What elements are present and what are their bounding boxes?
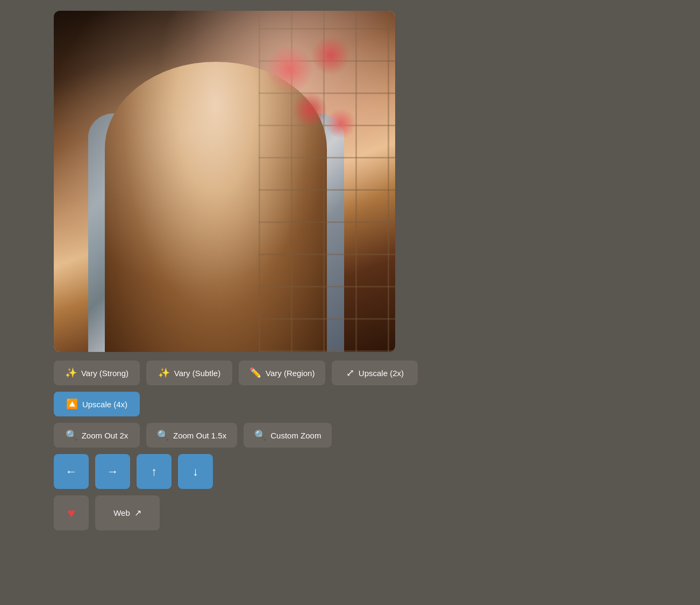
arrow-up-icon: ↑	[151, 465, 157, 479]
button-row-4: ← → ↑ ↓	[54, 454, 645, 489]
arrow-down-button[interactable]: ↓	[178, 454, 213, 489]
action-buttons-section: ✨ Vary (Strong) ✨ Vary (Subtle) ✏️ Vary …	[54, 361, 645, 530]
zoom-out-1-5x-icon: 🔍	[157, 430, 169, 440]
vary-region-button[interactable]: ✏️ Vary (Region)	[239, 361, 325, 385]
upscale-2x-label: Upscale (2x)	[359, 369, 404, 378]
custom-zoom-button[interactable]: 🔍 Custom Zoom	[244, 423, 332, 448]
custom-zoom-label: Custom Zoom	[270, 431, 321, 440]
button-row-3: 🔍 Zoom Out 2x 🔍 Zoom Out 1.5x 🔍 Custom Z…	[54, 423, 645, 448]
arrow-right-button[interactable]: →	[95, 454, 130, 489]
arrow-down-icon: ↓	[192, 465, 198, 479]
zoom-out-2x-icon: 🔍	[66, 430, 77, 440]
arrow-right-icon: →	[107, 465, 119, 479]
image-overlay	[54, 11, 395, 352]
zoom-out-2x-button[interactable]: 🔍 Zoom Out 2x	[54, 423, 140, 448]
web-button[interactable]: Web ↗	[95, 495, 160, 530]
vary-region-icon: ✏️	[249, 368, 261, 378]
web-icon: ↗	[134, 508, 141, 518]
vary-strong-button[interactable]: ✨ Vary (Strong)	[54, 361, 140, 385]
arrow-up-button[interactable]: ↑	[137, 454, 172, 489]
button-row-5: ♥ Web ↗	[54, 495, 645, 530]
arrow-left-button[interactable]: ←	[54, 454, 89, 489]
upscale-2x-icon: ⤢	[346, 368, 354, 378]
button-row-1: ✨ Vary (Strong) ✨ Vary (Subtle) ✏️ Vary …	[54, 361, 645, 385]
web-label: Web	[113, 508, 130, 517]
vary-strong-label: Vary (Strong)	[81, 369, 128, 378]
zoom-out-2x-label: Zoom Out 2x	[82, 431, 128, 440]
upscale-2x-button[interactable]: ⤢ Upscale (2x)	[332, 361, 418, 385]
vary-region-label: Vary (Region)	[266, 369, 315, 378]
vary-subtle-label: Vary (Subtle)	[174, 369, 220, 378]
heart-button[interactable]: ♥	[54, 495, 89, 530]
vary-subtle-icon: ✨	[158, 368, 170, 378]
generated-image-container	[54, 11, 395, 352]
zoom-out-1-5x-label: Zoom Out 1.5x	[173, 431, 226, 440]
heart-icon: ♥	[67, 506, 75, 521]
button-row-2: 🔼 Upscale (4x)	[54, 392, 645, 416]
upscale-4x-label: Upscale (4x)	[82, 400, 127, 409]
upscale-4x-icon: 🔼	[66, 399, 78, 409]
arrow-left-icon: ←	[66, 465, 77, 479]
vary-strong-icon: ✨	[65, 368, 77, 378]
generated-image	[54, 11, 395, 352]
main-container: ✨ Vary (Strong) ✨ Vary (Subtle) ✏️ Vary …	[54, 11, 645, 530]
custom-zoom-icon: 🔍	[254, 430, 266, 440]
upscale-4x-button[interactable]: 🔼 Upscale (4x)	[54, 392, 140, 416]
zoom-out-1-5x-button[interactable]: 🔍 Zoom Out 1.5x	[146, 423, 237, 448]
vary-subtle-button[interactable]: ✨ Vary (Subtle)	[146, 361, 232, 385]
